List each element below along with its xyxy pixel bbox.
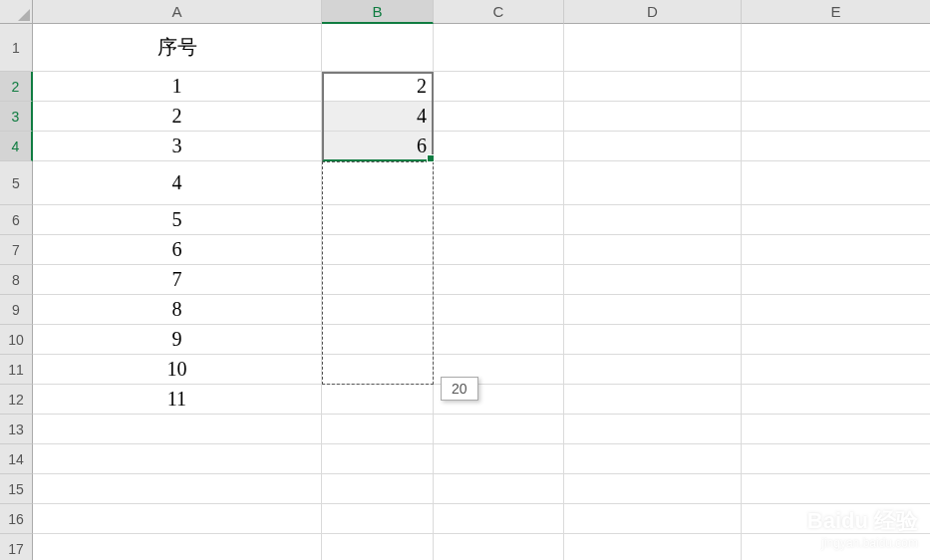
cell-b11[interactable] [322, 355, 434, 385]
col-header-e[interactable]: E [742, 0, 930, 24]
cell-a13[interactable] [33, 415, 322, 444]
cell-e4[interactable] [742, 132, 930, 161]
select-all-corner[interactable] [0, 0, 33, 24]
cell-b2[interactable]: 2 [322, 72, 434, 102]
cell-a6[interactable]: 5 [33, 205, 322, 235]
row-header-8[interactable]: 8 [0, 265, 33, 295]
row-header-6[interactable]: 6 [0, 205, 33, 235]
cell-e7[interactable] [742, 235, 930, 265]
cell-c2[interactable] [434, 72, 564, 102]
cell-e16[interactable] [742, 504, 930, 534]
row-header-9[interactable]: 9 [0, 295, 33, 325]
cell-d8[interactable] [564, 265, 742, 295]
cell-e2[interactable] [742, 72, 930, 102]
cell-a15[interactable] [33, 474, 322, 504]
row-header-10[interactable]: 10 [0, 325, 33, 355]
cell-b3[interactable]: 4 [322, 102, 434, 132]
cell-b14[interactable] [322, 444, 434, 474]
cell-d15[interactable] [564, 474, 742, 504]
cell-b1[interactable] [322, 24, 434, 72]
cell-e11[interactable] [742, 355, 930, 385]
cell-c8[interactable] [434, 265, 564, 295]
cell-b17[interactable] [322, 534, 434, 560]
cell-a5[interactable]: 4 [33, 161, 322, 205]
cell-a11[interactable]: 10 [33, 355, 322, 385]
cell-e10[interactable] [742, 325, 930, 355]
cell-a9[interactable]: 8 [33, 295, 322, 325]
cell-e13[interactable] [742, 415, 930, 444]
row-header-13[interactable]: 13 [0, 415, 33, 444]
cell-e5[interactable] [742, 161, 930, 205]
col-header-a[interactable]: A [33, 0, 322, 24]
cell-e12[interactable] [742, 385, 930, 415]
cell-d7[interactable] [564, 235, 742, 265]
cell-c9[interactable] [434, 295, 564, 325]
cell-e15[interactable] [742, 474, 930, 504]
cell-c15[interactable] [434, 474, 564, 504]
cell-c6[interactable] [434, 205, 564, 235]
cell-c10[interactable] [434, 325, 564, 355]
cell-e8[interactable] [742, 265, 930, 295]
cell-d13[interactable] [564, 415, 742, 444]
cell-c4[interactable] [434, 132, 564, 161]
cell-b13[interactable] [322, 415, 434, 444]
row-header-3[interactable]: 3 [0, 102, 33, 132]
cell-e9[interactable] [742, 295, 930, 325]
row-header-15[interactable]: 15 [0, 474, 33, 504]
cell-b4[interactable]: 6 [322, 132, 434, 161]
cell-c7[interactable] [434, 235, 564, 265]
cell-c1[interactable] [434, 24, 564, 72]
cell-c14[interactable] [434, 444, 564, 474]
cell-e1[interactable] [742, 24, 930, 72]
cell-b8[interactable] [322, 265, 434, 295]
cell-a8[interactable]: 7 [33, 265, 322, 295]
cell-e14[interactable] [742, 444, 930, 474]
row-header-7[interactable]: 7 [0, 235, 33, 265]
row-header-2[interactable]: 2 [0, 72, 33, 102]
row-header-16[interactable]: 16 [0, 504, 33, 534]
row-header-5[interactable]: 5 [0, 161, 33, 205]
cell-a4[interactable]: 3 [33, 132, 322, 161]
col-header-c[interactable]: C [434, 0, 564, 24]
cell-d10[interactable] [564, 325, 742, 355]
cell-d9[interactable] [564, 295, 742, 325]
cell-e17[interactable] [742, 534, 930, 560]
cell-b6[interactable] [322, 205, 434, 235]
row-header-4[interactable]: 4 [0, 132, 33, 161]
cell-d2[interactable] [564, 72, 742, 102]
cell-a14[interactable] [33, 444, 322, 474]
cell-d11[interactable] [564, 355, 742, 385]
cell-d1[interactable] [564, 24, 742, 72]
row-header-17[interactable]: 17 [0, 534, 33, 560]
cell-d14[interactable] [564, 444, 742, 474]
row-header-11[interactable]: 11 [0, 355, 33, 385]
cell-b7[interactable] [322, 235, 434, 265]
cell-d17[interactable] [564, 534, 742, 560]
cell-c16[interactable] [434, 504, 564, 534]
cell-b16[interactable] [322, 504, 434, 534]
cell-b15[interactable] [322, 474, 434, 504]
cell-c3[interactable] [434, 102, 564, 132]
cell-a12[interactable]: 11 [33, 385, 322, 415]
cell-b10[interactable] [322, 325, 434, 355]
row-header-12[interactable]: 12 [0, 385, 33, 415]
cell-c17[interactable] [434, 534, 564, 560]
cell-a16[interactable] [33, 504, 322, 534]
cell-d12[interactable] [564, 385, 742, 415]
cell-d4[interactable] [564, 132, 742, 161]
cell-a3[interactable]: 2 [33, 102, 322, 132]
cell-a1[interactable]: 序号 [33, 24, 322, 72]
cell-d16[interactable] [564, 504, 742, 534]
cell-b5[interactable] [322, 161, 434, 205]
row-header-14[interactable]: 14 [0, 444, 33, 474]
cell-a7[interactable]: 6 [33, 235, 322, 265]
cell-a10[interactable]: 9 [33, 325, 322, 355]
cell-c5[interactable] [434, 161, 564, 205]
cell-d5[interactable] [564, 161, 742, 205]
cell-b9[interactable] [322, 295, 434, 325]
cell-e3[interactable] [742, 102, 930, 132]
col-header-d[interactable]: D [564, 0, 742, 24]
cell-a2[interactable]: 1 [33, 72, 322, 102]
cell-d6[interactable] [564, 205, 742, 235]
col-header-b[interactable]: B [322, 0, 434, 24]
